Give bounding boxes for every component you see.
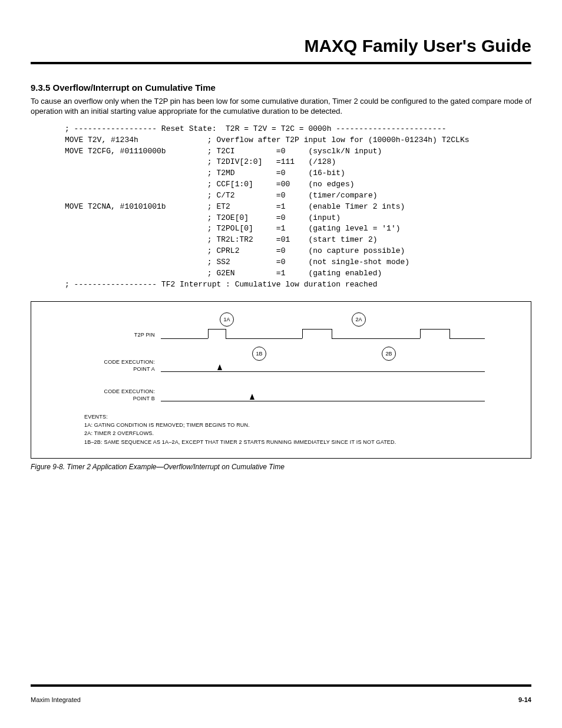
t2p-edge — [226, 329, 226, 338]
footer: Maxim Integrated 9-14 — [31, 696, 531, 704]
marker-1a: 1A — [220, 312, 234, 327]
t2p-high — [208, 329, 226, 330]
event-1b2b: 1B–2B: SAME SEQUENCE AS 1A–2A, EXCEPT TH… — [84, 438, 478, 446]
pointb-line — [161, 401, 485, 401]
events-title: EVENTS: — [84, 413, 478, 421]
figure-caption: Figure 9-8. Timer 2 Application Example—… — [31, 462, 531, 472]
label-t2p-pin: T2P PIN — [84, 331, 155, 338]
event-2a: 2A: TIMER 2 OVERFLOWS. — [84, 429, 478, 437]
t2p-edge — [208, 329, 209, 338]
events-block: EVENTS: 1A: GATING CONDITION IS REMOVED;… — [84, 413, 478, 447]
arrow-point-a — [217, 364, 222, 370]
figure-box: T2P PIN 1A 2A CODE EXECUTION: POINT A 1B… — [31, 301, 531, 459]
t2p-line — [226, 338, 302, 339]
t2p-edge — [420, 329, 421, 338]
footer-page: 9-14 — [518, 696, 531, 704]
label-point-b: CODE EXECUTION: POINT B — [84, 388, 155, 402]
footer-left: Maxim Integrated — [31, 696, 81, 704]
marker-1b: 1B — [252, 347, 266, 361]
t2p-line — [449, 338, 485, 339]
pointa-line — [161, 371, 485, 372]
timing-diagram: T2P PIN 1A 2A CODE EXECUTION: POINT A 1B… — [84, 312, 478, 413]
footer-rule — [31, 684, 531, 687]
t2p-line — [161, 338, 208, 339]
section-body: To cause an overflow only when the T2P p… — [31, 96, 531, 117]
t2p-edge — [302, 329, 303, 338]
t2p-edge — [332, 329, 332, 338]
event-1a: 1A: GATING CONDITION IS REMOVED; TIMER B… — [84, 421, 478, 429]
t2p-line — [332, 338, 420, 339]
label-point-a: CODE EXECUTION: POINT A — [84, 358, 155, 373]
marker-2a: 2A — [352, 312, 366, 327]
t2p-high — [302, 329, 332, 330]
t2p-edge — [449, 329, 450, 338]
page-title: MAXQ Family User's Guide — [31, 34, 531, 58]
code-listing: ; ------------------ Reset State: T2R = … — [31, 124, 531, 291]
header-rule — [31, 62, 531, 64]
t2p-high — [420, 329, 449, 330]
arrow-point-b — [250, 394, 254, 400]
section-heading: 9.3.5 Overflow/Interrupt on Cumulative T… — [31, 82, 531, 94]
marker-2b: 2B — [382, 347, 396, 361]
